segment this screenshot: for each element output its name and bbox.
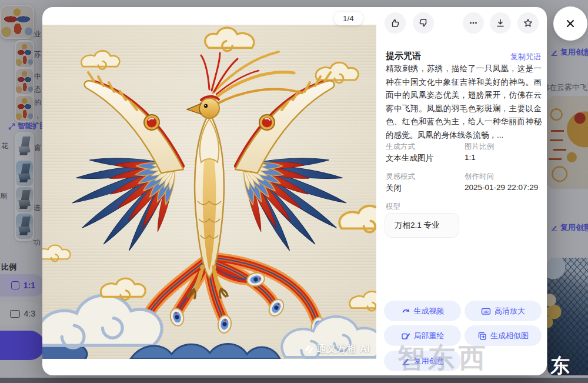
download-button[interactable] [490, 12, 511, 34]
inpaint-button[interactable]: 局部重绘 [384, 325, 461, 346]
hd-icon-text: HD [483, 309, 489, 313]
action-label: 局部重绘 [414, 331, 445, 341]
favorite-button[interactable] [517, 12, 539, 34]
like-button[interactable] [385, 12, 406, 34]
copy-prompt-link[interactable]: 复制咒语 [386, 52, 541, 62]
reuse-icon [401, 357, 410, 366]
similar-image-button[interactable]: 生成相似图 [465, 325, 542, 346]
meta-value: 文本生成图片 [386, 153, 433, 164]
thumbs-up-icon [390, 18, 400, 28]
reuse-idea-button[interactable]: 复用创意 [384, 351, 461, 371]
meta-label: 生成方式 [386, 142, 415, 152]
screen: 智能扩图 专业 苏 化中 态 的 主， 花 窗 刷 选 功 比例 1:1 4:3 [0, 0, 588, 383]
meta-value: 关闭 [386, 183, 402, 194]
image-watermark: 通义万相 AI [303, 343, 370, 355]
meta-label: 图片比例 [465, 142, 494, 152]
action-label: 高清放大 [495, 306, 525, 317]
image-pager-badge: 1/4 [334, 12, 363, 25]
action-label: 生成视频 [414, 306, 445, 317]
more-dots-icon [468, 18, 479, 28]
meta-label: 创作时间 [465, 172, 494, 182]
meta-label: 灵感模式 [386, 172, 415, 182]
meta-value: 1:1 [465, 153, 476, 162]
download-icon [495, 18, 506, 28]
generate-video-button[interactable]: 生成视频 [384, 301, 461, 321]
model-label: 模型 [386, 202, 400, 212]
hd-icon: HD [481, 307, 491, 316]
star-icon [523, 18, 533, 28]
close-button[interactable] [553, 6, 587, 41]
meta-value: 2025-01-29 22:07:29 [465, 183, 538, 192]
similar-icon [477, 331, 487, 341]
prompt-text: 精致刺绣，苏绣，描绘了一只凤凰，这是一种在中国文化中象征吉祥和美好的神鸟。画面中… [386, 62, 542, 142]
dislike-button[interactable] [413, 12, 434, 34]
image-watermark-text: 通义万相 AI [317, 343, 370, 355]
video-icon [401, 307, 410, 316]
action-label: 生成相似图 [490, 331, 529, 341]
thumbs-down-icon [418, 18, 429, 28]
hd-upscale-button[interactable]: HD 高清放大 [465, 301, 542, 321]
phoenix-embroidery-illustration [42, 25, 376, 359]
generated-image[interactable]: 通义万相 AI [42, 25, 376, 359]
action-label: 复用创意 [414, 356, 445, 367]
image-detail-modal: 通义万相 AI 1/4 [42, 7, 547, 375]
more-button[interactable] [463, 12, 484, 34]
close-icon [564, 17, 577, 30]
model-chip: 万相2.1 专业 [385, 213, 459, 238]
inpaint-icon [401, 331, 410, 341]
wanxiang-logo-icon [303, 344, 313, 355]
